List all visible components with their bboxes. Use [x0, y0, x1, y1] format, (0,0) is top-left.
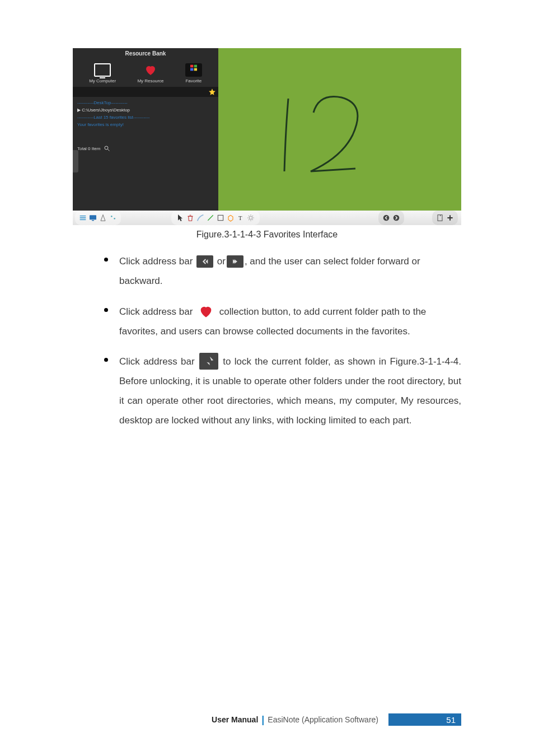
pin-icon: [199, 353, 218, 370]
resource-bank-panel: Resource Bank My Computer My Resource: [73, 48, 218, 211]
page-footer: User Manual | EasiNote (Application Soft…: [0, 713, 534, 726]
tab-favorite[interactable]: Favorite: [185, 63, 202, 83]
search-icon[interactable]: [104, 145, 110, 152]
svg-rect-1: [194, 65, 197, 68]
tab-label: My Resource: [137, 78, 163, 83]
bullet-dot: [104, 308, 108, 312]
footer-separator: |: [261, 714, 264, 726]
svg-point-10: [114, 218, 115, 220]
trash-icon[interactable]: [186, 213, 195, 222]
svg-rect-3: [194, 68, 197, 71]
bullet-2-text: Click address bar collection button, to …: [119, 302, 461, 342]
favorites-list: -----------DeskTop----------- ▶ C:\Users…: [73, 97, 218, 130]
bullet-1-text: Click address bar or, and the user can s…: [119, 252, 461, 291]
side-pull-tab[interactable]: [73, 150, 78, 172]
svg-point-15: [383, 215, 390, 221]
figure-caption: Figure.3-1-1-4-3 Favorites Interface: [73, 230, 461, 240]
svg-point-4: [105, 146, 108, 150]
handwritten-12: [257, 82, 381, 183]
text-icon[interactable]: T: [236, 213, 245, 222]
total-label: Total 0 Item: [77, 146, 100, 151]
forward-arrow-icon: [227, 255, 243, 268]
empty-message: Your favorites is empty!: [77, 121, 214, 128]
gear-icon[interactable]: [246, 213, 255, 222]
menu-icon[interactable]: [78, 213, 87, 222]
star-icon: [208, 88, 216, 96]
svg-line-5: [108, 150, 110, 151]
address-bar[interactable]: [73, 87, 218, 97]
svg-point-9: [111, 216, 113, 217]
compass-icon[interactable]: [99, 213, 107, 222]
svg-rect-0: [190, 65, 193, 68]
footer-app-name: EasiNote (Application Software): [268, 715, 378, 724]
bottom-toolbar: T: [73, 211, 461, 225]
svg-point-16: [394, 215, 400, 221]
cursor-icon[interactable]: [176, 213, 185, 222]
bullet-dot: [104, 258, 108, 262]
svg-rect-7: [92, 220, 94, 221]
cube-icon[interactable]: [226, 213, 235, 222]
page-icon[interactable]: [435, 213, 444, 222]
panel-title: Resource Bank: [73, 48, 218, 59]
brush-icon[interactable]: [196, 213, 205, 222]
back-arrow-icon: [196, 255, 213, 268]
svg-rect-6: [90, 215, 96, 220]
page-number: 51: [388, 713, 461, 726]
tab-my-computer[interactable]: My Computer: [89, 63, 116, 83]
group-last-favorites: -----------Last 15 favorites list-------…: [77, 114, 214, 121]
tab-label: Favorite: [185, 78, 202, 83]
monitor-icon: [94, 63, 111, 77]
bullet-3-text: Click address bar to lock the current fo…: [119, 352, 461, 430]
total-row: Total 0 Item: [73, 143, 218, 153]
bullet-dot: [104, 358, 108, 362]
heart-icon: [196, 304, 216, 319]
heart-icon: [142, 63, 159, 77]
redo-icon[interactable]: [392, 213, 401, 222]
sparkle-icon[interactable]: [109, 213, 118, 222]
tab-my-resource[interactable]: My Resource: [137, 63, 163, 83]
svg-point-14: [249, 216, 252, 219]
shape-icon[interactable]: [216, 213, 225, 222]
svg-rect-12: [218, 215, 223, 220]
path-row[interactable]: ▶ C:\Users\Jboys\Desktop: [77, 106, 214, 114]
windows-flag-icon: [185, 63, 202, 77]
line-icon[interactable]: [206, 213, 215, 222]
monitor-icon[interactable]: [88, 213, 97, 222]
group-desktop: -----------DeskTop-----------: [77, 99, 214, 106]
favorites-interface-screenshot: Resource Bank My Computer My Resource: [73, 48, 461, 225]
plus-icon[interactable]: [446, 213, 455, 222]
svg-rect-2: [190, 68, 193, 71]
svg-line-11: [208, 215, 213, 220]
undo-icon[interactable]: [382, 213, 391, 222]
tab-label: My Computer: [89, 78, 116, 83]
footer-user-manual: User Manual: [212, 715, 258, 724]
svg-text:T: T: [238, 215, 242, 221]
